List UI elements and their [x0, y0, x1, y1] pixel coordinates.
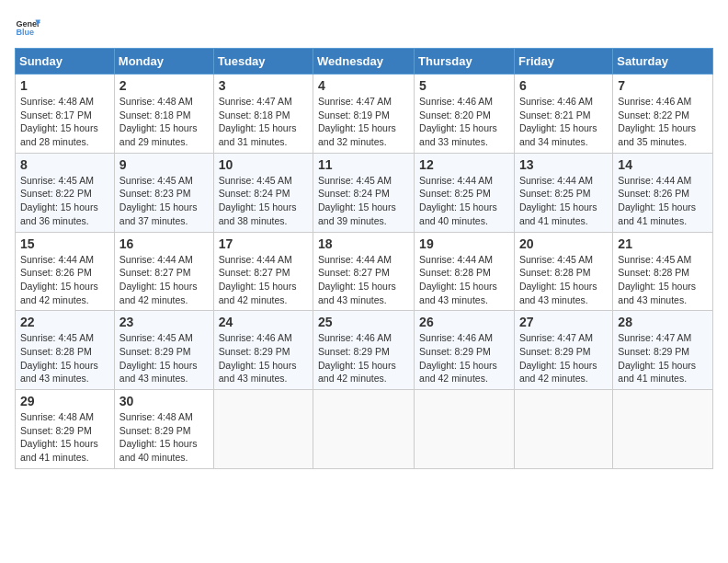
day-info: Sunrise: 4:46 AMSunset: 8:22 PMDaylight:… [618, 95, 708, 149]
day-number: 19 [419, 236, 509, 251]
calendar-cell: 29Sunrise: 4:48 AMSunset: 8:29 PMDayligh… [16, 390, 115, 469]
day-info: Sunrise: 4:47 AMSunset: 8:29 PMDaylight:… [519, 331, 608, 385]
day-info: Sunrise: 4:45 AMSunset: 8:28 PMDaylight:… [519, 253, 608, 307]
calendar-cell: 11Sunrise: 4:45 AMSunset: 8:24 PMDayligh… [313, 153, 415, 232]
day-info: Sunrise: 4:46 AMSunset: 8:29 PMDaylight:… [419, 331, 509, 385]
weekday-header-saturday: Saturday [613, 49, 713, 75]
day-info: Sunrise: 4:45 AMSunset: 8:23 PMDaylight:… [119, 174, 209, 228]
calendar-table: SundayMondayTuesdayWednesdayThursdayFrid… [15, 48, 713, 469]
day-number: 30 [119, 394, 209, 408]
calendar-cell: 10Sunrise: 4:45 AMSunset: 8:24 PMDayligh… [213, 153, 313, 232]
day-info: Sunrise: 4:48 AMSunset: 8:29 PMDaylight:… [20, 410, 109, 465]
day-info: Sunrise: 4:44 AMSunset: 8:25 PMDaylight:… [419, 174, 509, 228]
day-info: Sunrise: 4:46 AMSunset: 8:29 PMDaylight:… [219, 331, 308, 385]
day-info: Sunrise: 4:44 AMSunset: 8:25 PMDaylight:… [519, 174, 608, 228]
calendar-cell: 27Sunrise: 4:47 AMSunset: 8:29 PMDayligh… [514, 311, 612, 390]
calendar-cell: 23Sunrise: 4:45 AMSunset: 8:29 PMDayligh… [114, 311, 213, 390]
day-number: 29 [20, 394, 109, 408]
day-info: Sunrise: 4:46 AMSunset: 8:29 PMDaylight:… [318, 331, 409, 385]
day-info: Sunrise: 4:47 AMSunset: 8:29 PMDaylight:… [618, 331, 708, 385]
day-number: 4 [318, 78, 409, 93]
calendar-cell: 17Sunrise: 4:44 AMSunset: 8:27 PMDayligh… [213, 232, 313, 311]
calendar-cell: 22Sunrise: 4:45 AMSunset: 8:28 PMDayligh… [16, 311, 115, 390]
day-number: 22 [20, 315, 109, 329]
day-number: 21 [618, 236, 708, 251]
calendar-cell: 5Sunrise: 4:46 AMSunset: 8:20 PMDaylight… [415, 75, 515, 154]
day-info: Sunrise: 4:47 AMSunset: 8:19 PMDaylight:… [318, 95, 409, 149]
day-number: 6 [519, 78, 608, 93]
day-number: 2 [119, 78, 209, 93]
calendar-cell [313, 390, 415, 469]
calendar-cell: 26Sunrise: 4:46 AMSunset: 8:29 PMDayligh… [415, 311, 515, 390]
day-number: 25 [318, 315, 409, 329]
day-number: 28 [618, 315, 708, 329]
day-number: 27 [519, 315, 608, 329]
day-number: 23 [119, 315, 209, 329]
calendar-cell: 7Sunrise: 4:46 AMSunset: 8:22 PMDaylight… [613, 75, 713, 154]
day-number: 20 [519, 236, 608, 251]
calendar-cell: 20Sunrise: 4:45 AMSunset: 8:28 PMDayligh… [514, 232, 612, 311]
day-info: Sunrise: 4:48 AMSunset: 8:29 PMDaylight:… [119, 410, 209, 465]
day-info: Sunrise: 4:46 AMSunset: 8:21 PMDaylight:… [519, 95, 608, 149]
day-info: Sunrise: 4:44 AMSunset: 8:26 PMDaylight:… [20, 253, 109, 307]
calendar-cell: 19Sunrise: 4:44 AMSunset: 8:28 PMDayligh… [415, 232, 515, 311]
day-number: 14 [618, 157, 708, 172]
day-number: 3 [219, 78, 308, 93]
calendar-cell [415, 390, 515, 469]
calendar-cell: 16Sunrise: 4:44 AMSunset: 8:27 PMDayligh… [114, 232, 213, 311]
weekday-header-monday: Monday [114, 49, 213, 75]
day-number: 13 [519, 157, 608, 172]
weekday-header-thursday: Thursday [415, 49, 515, 75]
day-number: 1 [20, 78, 109, 93]
calendar-week-2: 8Sunrise: 4:45 AMSunset: 8:22 PMDaylight… [16, 153, 713, 232]
calendar-cell: 4Sunrise: 4:47 AMSunset: 8:19 PMDaylight… [313, 75, 415, 154]
calendar-week-3: 15Sunrise: 4:44 AMSunset: 8:26 PMDayligh… [16, 232, 713, 311]
weekday-header-row: SundayMondayTuesdayWednesdayThursdayFrid… [16, 49, 713, 75]
weekday-header-sunday: Sunday [16, 49, 115, 75]
day-info: Sunrise: 4:44 AMSunset: 8:27 PMDaylight:… [219, 253, 308, 307]
day-info: Sunrise: 4:44 AMSunset: 8:26 PMDaylight:… [618, 174, 708, 228]
day-info: Sunrise: 4:45 AMSunset: 8:28 PMDaylight:… [20, 331, 109, 385]
calendar-cell: 2Sunrise: 4:48 AMSunset: 8:18 PMDaylight… [114, 75, 213, 154]
day-number: 7 [618, 78, 708, 93]
day-info: Sunrise: 4:45 AMSunset: 8:22 PMDaylight:… [20, 174, 109, 228]
calendar-week-5: 29Sunrise: 4:48 AMSunset: 8:29 PMDayligh… [16, 390, 713, 469]
weekday-header-tuesday: Tuesday [213, 49, 313, 75]
day-number: 10 [219, 157, 308, 172]
calendar-week-1: 1Sunrise: 4:48 AMSunset: 8:17 PMDaylight… [16, 75, 713, 154]
weekday-header-wednesday: Wednesday [313, 49, 415, 75]
calendar-cell: 12Sunrise: 4:44 AMSunset: 8:25 PMDayligh… [415, 153, 515, 232]
calendar-week-4: 22Sunrise: 4:45 AMSunset: 8:28 PMDayligh… [16, 311, 713, 390]
svg-text:Blue: Blue [16, 28, 34, 37]
calendar-cell: 9Sunrise: 4:45 AMSunset: 8:23 PMDaylight… [114, 153, 213, 232]
calendar-cell: 24Sunrise: 4:46 AMSunset: 8:29 PMDayligh… [213, 311, 313, 390]
day-number: 15 [20, 236, 109, 251]
day-info: Sunrise: 4:45 AMSunset: 8:28 PMDaylight:… [618, 253, 708, 307]
calendar-cell: 25Sunrise: 4:46 AMSunset: 8:29 PMDayligh… [313, 311, 415, 390]
day-number: 11 [318, 157, 409, 172]
day-number: 5 [419, 78, 509, 93]
day-number: 18 [318, 236, 409, 251]
day-number: 24 [219, 315, 308, 329]
calendar-body: 1Sunrise: 4:48 AMSunset: 8:17 PMDaylight… [16, 75, 713, 469]
calendar-cell [514, 390, 612, 469]
calendar-cell: 18Sunrise: 4:44 AMSunset: 8:27 PMDayligh… [313, 232, 415, 311]
day-info: Sunrise: 4:48 AMSunset: 8:17 PMDaylight:… [20, 95, 109, 149]
calendar-cell [213, 390, 313, 469]
day-number: 26 [419, 315, 509, 329]
day-info: Sunrise: 4:44 AMSunset: 8:28 PMDaylight:… [419, 253, 509, 307]
weekday-header-friday: Friday [514, 49, 612, 75]
day-number: 8 [20, 157, 109, 172]
day-info: Sunrise: 4:47 AMSunset: 8:18 PMDaylight:… [219, 95, 308, 149]
day-info: Sunrise: 4:45 AMSunset: 8:24 PMDaylight:… [219, 174, 308, 228]
day-info: Sunrise: 4:45 AMSunset: 8:29 PMDaylight:… [119, 331, 209, 385]
calendar-cell: 14Sunrise: 4:44 AMSunset: 8:26 PMDayligh… [613, 153, 713, 232]
calendar-cell: 3Sunrise: 4:47 AMSunset: 8:18 PMDaylight… [213, 75, 313, 154]
calendar-cell [613, 390, 713, 469]
day-info: Sunrise: 4:46 AMSunset: 8:20 PMDaylight:… [419, 95, 509, 149]
calendar-cell: 1Sunrise: 4:48 AMSunset: 8:17 PMDaylight… [16, 75, 115, 154]
day-number: 16 [119, 236, 209, 251]
day-info: Sunrise: 4:48 AMSunset: 8:18 PMDaylight:… [119, 95, 209, 149]
calendar-cell: 30Sunrise: 4:48 AMSunset: 8:29 PMDayligh… [114, 390, 213, 469]
day-number: 17 [219, 236, 308, 251]
